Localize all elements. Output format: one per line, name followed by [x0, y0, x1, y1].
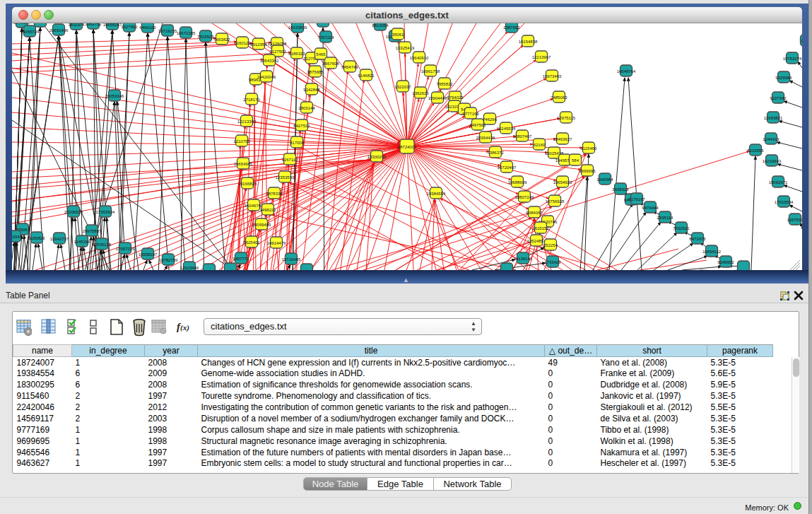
- svg-text:7955812: 7955812: [436, 82, 453, 86]
- svg-text:24420046: 24420046: [257, 75, 276, 79]
- svg-text:1640954: 1640954: [596, 177, 613, 182]
- svg-text:9245652: 9245652: [717, 260, 734, 264]
- svg-text:6466160: 6466160: [139, 25, 156, 30]
- svg-text:16154838: 16154838: [519, 40, 538, 44]
- svg-text:2803144: 2803144: [298, 106, 315, 110]
- svg-text:7625402: 7625402: [243, 240, 260, 245]
- svg-text:5465: 5465: [316, 52, 326, 57]
- svg-text:252254: 252254: [543, 243, 558, 247]
- svg-text:7357224: 7357224: [317, 35, 334, 40]
- svg-text:16961758: 16961758: [421, 69, 440, 74]
- svg-text:9127503: 9127503: [269, 49, 286, 54]
- svg-text:9777169: 9777169: [462, 112, 479, 116]
- svg-text:1527602: 1527602: [121, 25, 138, 29]
- svg-text:13325419: 13325419: [396, 46, 415, 50]
- svg-text:3875685: 3875685: [307, 70, 324, 74]
- svg-text:16033809: 16033809: [288, 25, 307, 30]
- svg-text:14914479: 14914479: [267, 241, 286, 245]
- svg-text:9474444: 9474444: [642, 206, 659, 210]
- svg-text:16782759: 16782759: [159, 258, 178, 262]
- svg-text:62160: 62160: [534, 143, 546, 147]
- svg-text:15692971: 15692971: [769, 180, 788, 185]
- svg-text:18463627: 18463627: [553, 137, 572, 141]
- svg-text:11122: 11122: [801, 39, 802, 43]
- svg-text:9329966: 9329966: [775, 76, 792, 80]
- svg-text:9115460: 9115460: [581, 146, 598, 151]
- svg-text:9242848: 9242848: [303, 88, 320, 92]
- svg-text:16245534: 16245534: [497, 127, 516, 131]
- svg-text:12353593: 12353593: [276, 175, 295, 180]
- svg-text:1244419: 1244419: [763, 137, 779, 141]
- svg-text:18724007: 18724007: [398, 145, 417, 149]
- svg-text:8427512: 8427512: [293, 124, 310, 128]
- svg-text:1156829: 1156829: [29, 236, 46, 240]
- svg-text:10543382: 10543382: [260, 59, 279, 63]
- svg-text:20053346: 20053346: [105, 94, 124, 98]
- svg-text:19654923: 19654923: [553, 180, 572, 185]
- svg-text:12505135: 12505135: [93, 243, 112, 247]
- svg-text:10973493: 10973493: [543, 74, 562, 78]
- svg-text:3498222: 3498222: [259, 208, 276, 212]
- svg-text:15716485: 15716485: [282, 257, 301, 262]
- svg-text:1861074: 1861074: [314, 23, 331, 24]
- svg-text:12942737: 12942737: [50, 237, 69, 241]
- svg-text:8186323: 8186323: [288, 52, 305, 56]
- svg-text:1210755: 1210755: [233, 139, 250, 144]
- svg-text:1811974: 1811974: [69, 23, 86, 27]
- svg-text:16671385: 16671385: [177, 31, 196, 35]
- svg-text:8215955: 8215955: [747, 148, 764, 153]
- svg-text:14136141: 14136141: [514, 257, 533, 261]
- svg-text:10807467: 10807467: [513, 134, 532, 139]
- svg-text:12213363: 12213363: [237, 119, 257, 124]
- svg-text:14055724: 14055724: [20, 30, 40, 34]
- svg-text:8813054: 8813054: [372, 23, 389, 28]
- svg-text:10756928: 10756928: [546, 199, 565, 204]
- svg-text:7663822: 7663822: [213, 37, 230, 42]
- svg-text:12093821: 12093821: [764, 116, 783, 120]
- svg-text:19166825: 19166825: [238, 182, 257, 186]
- svg-text:9227342: 9227342: [770, 96, 787, 100]
- svg-text:12213967: 12213967: [532, 55, 551, 59]
- svg-text:17010504: 17010504: [775, 200, 794, 204]
- svg-text:10654112: 10654112: [702, 250, 722, 254]
- svg-text:19654985: 19654985: [234, 162, 253, 166]
- svg-text:1167533: 1167533: [787, 218, 802, 222]
- svg-text:391543: 391543: [12, 235, 23, 239]
- svg-text:2935114: 2935114: [657, 216, 674, 220]
- svg-text:1063752: 1063752: [85, 23, 102, 26]
- svg-text:1733426: 1733426: [544, 260, 561, 264]
- svg-text:12923466: 12923466: [180, 266, 199, 270]
- svg-text:2667608: 2667608: [322, 62, 339, 66]
- svg-text:8454749: 8454749: [341, 65, 358, 69]
- svg-text:7485063: 7485063: [551, 95, 567, 100]
- svg-text:2718170: 2718170: [243, 98, 260, 102]
- svg-text:584: 584: [572, 158, 579, 163]
- svg-text:3267110: 3267110: [282, 158, 299, 162]
- svg-text:18807249: 18807249: [515, 195, 534, 199]
- svg-text:1322037: 1322037: [394, 85, 411, 89]
- svg-text:10688609: 10688609: [508, 180, 527, 185]
- svg-text:19384554: 19384554: [427, 192, 446, 196]
- svg-text:9146821: 9146821: [358, 74, 375, 78]
- svg-text:18300295: 18300295: [367, 155, 387, 159]
- svg-text:9646134: 9646134: [13, 23, 30, 25]
- svg-text:10958107: 10958107: [139, 252, 158, 257]
- svg-text:17957225: 17957225: [116, 247, 135, 251]
- svg-text:15640910: 15640910: [410, 56, 429, 60]
- svg-text:16720407: 16720407: [498, 165, 517, 170]
- svg-text:7632621: 7632621: [673, 226, 690, 230]
- svg-text:6794023: 6794023: [447, 95, 464, 100]
- svg-text:9457771: 9457771: [233, 257, 249, 261]
- svg-text:20206528: 20206528: [64, 210, 83, 214]
- svg-text:10719155: 10719155: [158, 29, 177, 33]
- svg-text:19904448: 19904448: [428, 96, 447, 100]
- svg-text:1615152: 1615152: [532, 226, 549, 230]
- svg-text:7515525: 7515525: [197, 35, 214, 39]
- svg-text:1362615: 1362615: [412, 91, 429, 95]
- svg-text:7386372: 7386372: [487, 151, 504, 155]
- svg-text:6179197: 6179197: [628, 197, 645, 201]
- svg-text:16210643: 16210643: [763, 159, 782, 163]
- svg-text:746266: 746266: [483, 117, 498, 122]
- svg-text:3938923: 3938923: [612, 187, 629, 192]
- svg-text:1145194: 1145194: [74, 240, 91, 244]
